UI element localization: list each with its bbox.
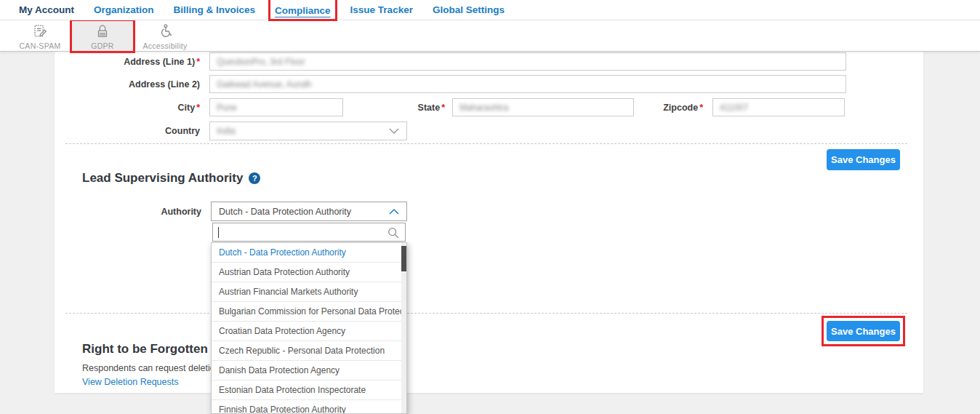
zipcode-value: 411007: [720, 103, 748, 113]
authority-option[interactable]: Austrian Financial Markets Authority: [212, 282, 406, 302]
authority-label: Authority: [118, 207, 201, 217]
nav-issue-tracker[interactable]: Issue Tracker: [350, 4, 413, 15]
toolbar-item-gdpr[interactable]: GDPR: [72, 20, 133, 51]
chevron-up-icon: [389, 208, 399, 215]
authority-select[interactable]: Dutch - Data Protection Authority: [211, 202, 407, 221]
authority-selected-value: Dutch - Data Protection Authority: [219, 207, 351, 217]
top-navigation: My Account Organization Billing & Invoic…: [0, 0, 980, 20]
section-divider: [65, 143, 907, 144]
nav-billing-invoices[interactable]: Billing & Invoices: [174, 4, 256, 15]
authority-option[interactable]: Bulgarian Commission for Personal Data P…: [212, 302, 406, 322]
country-select[interactable]: India: [209, 122, 407, 140]
text-cursor: [218, 227, 219, 238]
country-value: India: [217, 126, 236, 136]
address1-input[interactable]: QuestionPro, 3rd Floor: [209, 52, 846, 71]
wheelchair-icon: [157, 23, 173, 40]
view-deletion-requests-link[interactable]: View Deletion Requests: [82, 377, 178, 387]
nav-compliance[interactable]: Compliance: [275, 5, 331, 16]
authority-search-input[interactable]: [212, 223, 406, 242]
nav-compliance-wrap: Compliance: [275, 4, 331, 17]
document-edit-icon: [32, 23, 48, 40]
zipcode-label: Zipcode*: [636, 103, 703, 113]
section-title: Lead Supervising Authority: [82, 171, 243, 186]
nav-global-settings[interactable]: Global Settings: [433, 4, 505, 15]
required-marker: *: [699, 103, 703, 113]
forgotten-description: Respondents can request deletion of: [82, 363, 230, 373]
city-label: City*: [87, 103, 200, 113]
dropdown-scrollbar-thumb[interactable]: [401, 246, 406, 271]
zipcode-input[interactable]: 411007: [712, 98, 845, 116]
nav-organization[interactable]: Organization: [94, 4, 154, 15]
toolbar-label: CAN-SPAM: [19, 41, 60, 50]
authority-option[interactable]: Finnish Data Protection Authority: [212, 400, 406, 414]
toolbar-label: Accessibility: [142, 41, 187, 50]
lock-icon: [95, 23, 111, 40]
toolbar-label: GDPR: [91, 41, 114, 50]
authority-option[interactable]: Dutch - Data Protection Authority: [212, 243, 406, 263]
forgotten-section-heading: Right to be Forgotten ?: [82, 342, 225, 357]
section-divider: [65, 313, 907, 314]
save-changes-button-address[interactable]: Save Changes: [827, 149, 900, 170]
save-changes-button-authority[interactable]: Save Changes: [827, 321, 900, 341]
required-marker: *: [196, 103, 200, 113]
state-label: State*: [378, 103, 445, 113]
required-marker: *: [441, 103, 445, 113]
city-value: Pune: [217, 103, 237, 113]
compliance-toolbar: CAN-SPAM GDPR: [0, 20, 980, 52]
toolbar-item-can-spam[interactable]: CAN-SPAM: [9, 20, 71, 51]
help-icon[interactable]: ?: [249, 172, 260, 184]
state-value: Maharashtra: [459, 103, 508, 113]
required-marker: *: [196, 57, 200, 67]
dropdown-scrollbar-track[interactable]: [401, 243, 406, 413]
address2-value: Gaikwad Avenue, Aundh: [217, 79, 312, 89]
address1-value: QuestionPro, 3rd Floor: [217, 57, 305, 67]
search-icon: [387, 226, 400, 242]
nav-my-account[interactable]: My Account: [19, 4, 74, 15]
gdpr-compliance-page: My Account Organization Billing & Invoic…: [0, 0, 980, 414]
country-label: Country: [87, 126, 200, 136]
section-title: Right to be Forgotten: [82, 342, 208, 357]
authority-option[interactable]: Czech Republic - Personal Data Protectio…: [212, 341, 406, 361]
authority-option[interactable]: Austrian Data Protection Authority: [212, 263, 406, 282]
address2-input[interactable]: Gaikwad Avenue, Aundh: [209, 75, 846, 93]
city-input[interactable]: Pune: [209, 98, 343, 116]
state-input[interactable]: Maharashtra: [452, 98, 634, 116]
chevron-down-icon: [389, 128, 399, 135]
address2-label: Address (Line 2): [87, 79, 200, 89]
authority-dropdown-list: Dutch - Data Protection Authority Austri…: [211, 242, 407, 414]
address1-label: Address (Line 1)*: [87, 57, 200, 67]
authority-option[interactable]: Croatian Data Protection Agency: [212, 322, 406, 341]
authority-option[interactable]: Estonian Data Protection Inspectorate: [212, 381, 406, 400]
toolbar-item-accessibility[interactable]: Accessibility: [134, 20, 196, 51]
authority-section-heading: Lead Supervising Authority ?: [82, 171, 260, 186]
authority-option[interactable]: Danish Data Protection Agency: [212, 361, 406, 381]
